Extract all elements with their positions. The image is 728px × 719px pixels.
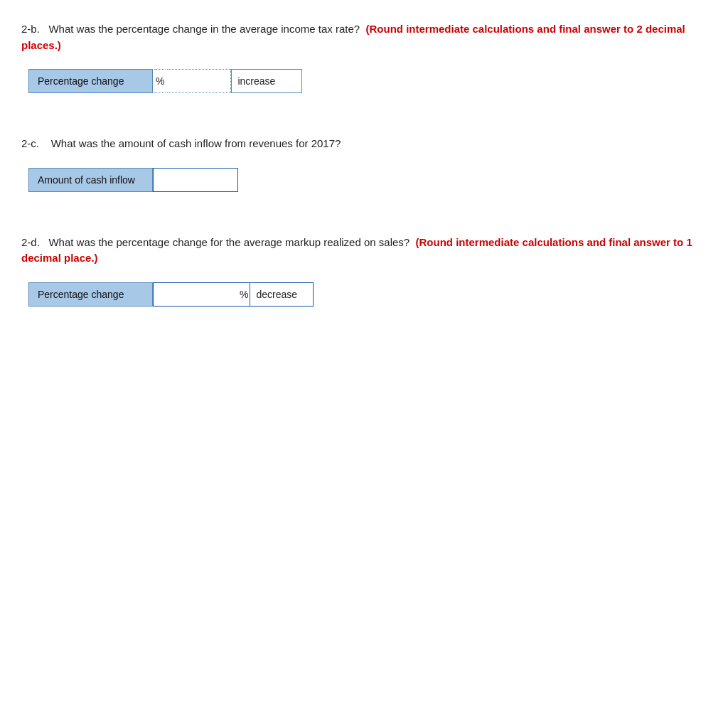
label-2b: Percentage change (28, 69, 153, 93)
direction-2b: increase (231, 69, 302, 93)
direction-2d: decrease (250, 282, 314, 307)
section-2c: 2-c. What was the amount of cash inflow … (21, 136, 707, 192)
field-row-2b: Percentage change % increase (28, 69, 707, 93)
input-2d[interactable] (153, 282, 238, 307)
question-2d-body: What was the percentage change for the a… (48, 236, 410, 248)
question-2b-body: What was the percentage change in the av… (48, 23, 360, 35)
label-2c: Amount of cash inflow (28, 168, 153, 192)
label-2d: Percentage change (28, 282, 153, 307)
field-row-2d: Percentage change % decrease (28, 282, 707, 307)
section-2d: 2-d. What was the percentage change for … (21, 235, 707, 307)
question-2d-text: 2-d. What was the percentage change for … (21, 235, 707, 267)
question-2c-body: What was the amount of cash inflow from … (51, 137, 341, 149)
field-row-2c: Amount of cash inflow (28, 168, 707, 192)
input-2b[interactable] (167, 69, 231, 93)
question-2b-text: 2-b. What was the percentage change in t… (21, 21, 707, 53)
question-2c-text: 2-c. What was the amount of cash inflow … (21, 136, 707, 152)
percent-symbol-2d: % (238, 282, 250, 307)
percent-symbol-2b: % (154, 69, 166, 93)
question-2b-number: 2-b. (21, 23, 40, 35)
question-2d-number: 2-d. (21, 236, 40, 248)
input-2c[interactable] (153, 168, 238, 192)
section-2b: 2-b. What was the percentage change in t… (21, 21, 707, 93)
question-2c-number: 2-c. (21, 137, 39, 149)
